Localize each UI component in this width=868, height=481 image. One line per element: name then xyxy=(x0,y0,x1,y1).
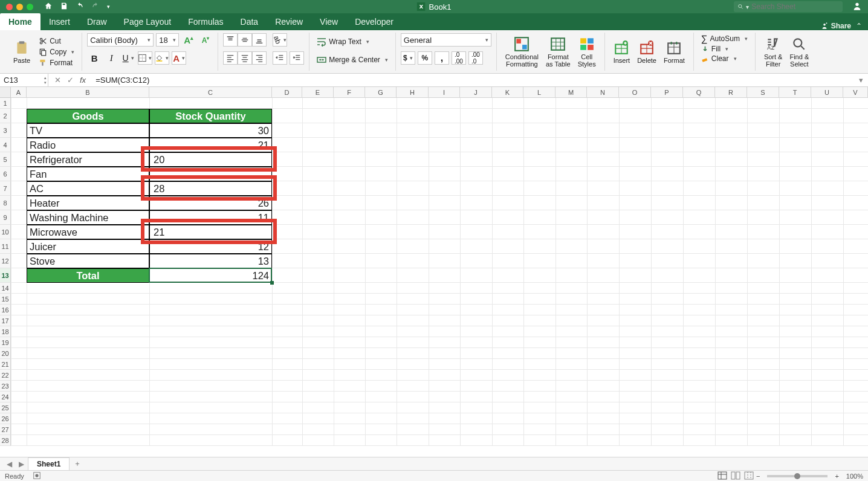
cell-C11[interactable]: 12 xyxy=(149,239,272,254)
row-header-23[interactable]: 23 xyxy=(0,381,11,392)
orientation-button[interactable]: ab▾ xyxy=(273,33,287,47)
percent-button[interactable]: % xyxy=(418,51,432,65)
spreadsheet-grid[interactable]: 1234567891011121314151617181920212223242… xyxy=(0,98,868,446)
save-icon[interactable] xyxy=(60,2,68,12)
find-select-button[interactable]: Find & Select xyxy=(786,36,812,68)
row-header-13[interactable]: 13 xyxy=(0,268,11,283)
decrease-font-button[interactable]: A▾ xyxy=(198,33,213,47)
sheet-tab-sheet1[interactable]: Sheet1 xyxy=(28,457,70,470)
col-header-R[interactable]: R xyxy=(715,87,747,98)
page-break-view-icon[interactable] xyxy=(744,471,754,481)
row-header-11[interactable]: 11 xyxy=(0,239,11,254)
search-sheet-input[interactable] xyxy=(751,2,839,11)
cell-B10[interactable]: Microwave xyxy=(27,225,149,239)
align-middle-button[interactable] xyxy=(238,33,252,47)
align-left-button[interactable] xyxy=(223,51,238,65)
col-header-J[interactable]: J xyxy=(460,87,492,98)
minimize-window-button[interactable] xyxy=(16,4,23,10)
font-name-select[interactable]: Calibri (Body)▾ xyxy=(87,33,154,47)
cell-C12[interactable]: 13 xyxy=(149,254,272,268)
tab-data[interactable]: Data xyxy=(232,13,267,30)
underline-button[interactable]: U▾ xyxy=(121,51,135,65)
name-box[interactable]: C13 ▴▾ xyxy=(0,74,48,86)
col-header-V[interactable]: V xyxy=(843,87,868,98)
tab-view[interactable]: View xyxy=(311,13,346,30)
increase-font-button[interactable]: A▴ xyxy=(181,33,196,47)
col-header-U[interactable]: U xyxy=(811,87,843,98)
col-header-T[interactable]: T xyxy=(779,87,811,98)
fill-color-button[interactable]: ▾ xyxy=(155,51,169,65)
cell-C13[interactable]: 124 xyxy=(149,268,272,283)
row-header-1[interactable]: 1 xyxy=(0,98,11,109)
bold-button[interactable]: B xyxy=(87,51,102,65)
merge-center-button[interactable]: Merge & Center▾ xyxy=(314,51,390,69)
col-header-K[interactable]: K xyxy=(492,87,523,98)
page-layout-view-icon[interactable] xyxy=(731,471,740,481)
row-header-7[interactable]: 7 xyxy=(0,181,11,196)
autosum-button[interactable]: ∑AutoSum▾ xyxy=(699,33,750,44)
formula-input[interactable]: =SUM(C3:C12) xyxy=(92,76,854,85)
cell-C4[interactable]: 21 xyxy=(149,138,272,152)
share-button[interactable]: Share xyxy=(820,22,851,30)
zoom-slider[interactable] xyxy=(767,475,828,477)
collapse-ribbon-icon[interactable]: ⌃ xyxy=(856,22,862,30)
cell-B13[interactable]: Total xyxy=(27,268,149,283)
zoom-level[interactable]: 100% xyxy=(841,473,863,480)
tab-formulas[interactable]: Formulas xyxy=(180,13,232,30)
cell-C8[interactable]: 26 xyxy=(149,196,272,210)
cell-B12[interactable]: Stove xyxy=(27,254,149,268)
tab-page-layout[interactable]: Page Layout xyxy=(115,13,180,30)
decrease-decimal-button[interactable]: .00.0 xyxy=(468,51,483,65)
sheet-nav-prev[interactable]: ◀ xyxy=(4,459,15,470)
comma-button[interactable]: , xyxy=(435,51,449,65)
cell-C6[interactable] xyxy=(149,167,272,181)
font-size-select[interactable]: 18▾ xyxy=(156,33,179,47)
accept-formula-icon[interactable]: ✓ xyxy=(67,76,74,85)
format-as-table-button[interactable]: Format as Table xyxy=(542,36,574,68)
align-bottom-button[interactable] xyxy=(252,33,267,47)
col-header-F[interactable]: F xyxy=(334,87,365,98)
close-window-button[interactable] xyxy=(6,4,13,10)
row-header-19[interactable]: 19 xyxy=(0,337,11,348)
col-header-A[interactable]: A xyxy=(11,87,27,98)
sheet-nav-next[interactable]: ▶ xyxy=(16,459,27,470)
cell-C9[interactable]: 11 xyxy=(149,210,272,225)
redo-icon[interactable] xyxy=(91,2,100,12)
row-header-5[interactable]: 5 xyxy=(0,152,11,167)
row-header-3[interactable]: 3 xyxy=(0,123,11,138)
fill-button[interactable]: Fill▾ xyxy=(699,44,750,54)
select-all-corner[interactable] xyxy=(0,87,11,98)
cell-B7[interactable]: AC xyxy=(27,181,149,196)
user-icon[interactable] xyxy=(852,1,862,13)
row-header-4[interactable]: 4 xyxy=(0,138,11,152)
cell-B3[interactable]: TV xyxy=(27,123,149,138)
row-header-20[interactable]: 20 xyxy=(0,348,11,359)
cell-B9[interactable]: Washing Machine xyxy=(27,210,149,225)
row-header-22[interactable]: 22 xyxy=(0,370,11,381)
clear-button[interactable]: Clear▾ xyxy=(699,54,750,63)
row-header-6[interactable]: 6 xyxy=(0,167,11,181)
row-header-9[interactable]: 9 xyxy=(0,210,11,225)
tab-developer[interactable]: Developer xyxy=(346,13,402,30)
cell-C7[interactable]: 28 xyxy=(149,181,272,196)
format-painter-button[interactable]: Format xyxy=(36,58,77,68)
row-header-27[interactable]: 27 xyxy=(0,424,11,435)
increase-indent-button[interactable] xyxy=(290,51,304,65)
currency-button[interactable]: $▾ xyxy=(401,51,415,65)
col-header-H[interactable]: H xyxy=(397,87,429,98)
conditional-formatting-button[interactable]: Conditional Formatting xyxy=(502,36,542,68)
row-header-18[interactable]: 18 xyxy=(0,326,11,337)
cell-B11[interactable]: Juicer xyxy=(27,239,149,254)
align-center-button[interactable] xyxy=(238,51,252,65)
row-header-15[interactable]: 15 xyxy=(0,294,11,305)
row-header-24[interactable]: 24 xyxy=(0,392,11,402)
row-header-28[interactable]: 28 xyxy=(0,435,11,446)
macro-record-icon[interactable] xyxy=(24,471,41,481)
row-header-26[interactable]: 26 xyxy=(0,413,11,424)
col-header-P[interactable]: P xyxy=(651,87,683,98)
col-header-M[interactable]: M xyxy=(555,87,587,98)
format-cells-button[interactable]: Format xyxy=(660,40,688,64)
add-sheet-button[interactable]: ＋ xyxy=(71,459,84,470)
row-header-10[interactable]: 10 xyxy=(0,225,11,239)
increase-decimal-button[interactable]: .0.00 xyxy=(452,51,466,65)
